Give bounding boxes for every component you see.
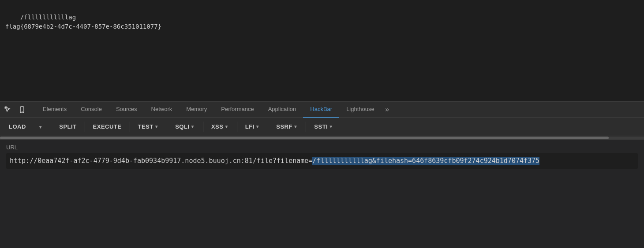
inspect-icon[interactable] [2,104,14,116]
content-text: /flllllllllllag flag{6879e4b2-4d7c-4407-… [5,4,639,41]
scrollbar-thumb[interactable] [0,137,609,139]
mobile-icon[interactable] [16,104,28,116]
tab-overflow[interactable]: » [382,102,393,118]
tab-application[interactable]: Application [261,102,303,118]
url-area: URL http://0eaa742f-af2c-4779-9d4b-fab09… [0,140,644,248]
tab-memory[interactable]: Memory [179,102,214,118]
url-value[interactable]: http://0eaa742f-af2c-4779-9d4b-fab0934b9… [6,153,638,169]
ssrf-arrow-icon: ▼ [293,124,298,129]
xss-arrow-icon: ▼ [224,124,228,129]
url-highlighted: /flllllllllllag&filehash=646f8639cfb09f2… [312,157,539,165]
load-button[interactable]: LOAD [4,121,31,132]
test-arrow-icon: ▼ [154,124,159,129]
devtools-panel: Elements Console Sources Network Memory … [0,101,644,248]
hackbar-toolbar: LOAD ▼ SPLIT EXECUTE TEST ▼ SQLI ▼ XSS ▼ [0,118,644,136]
horizontal-scrollbar[interactable] [0,136,644,140]
sqli-arrow-icon: ▼ [190,124,195,129]
scrollbar-track [0,137,644,139]
separator-3 [130,122,130,132]
url-plain: http://0eaa742f-af2c-4779-9d4b-fab0934b9… [10,157,312,165]
tab-bar: Elements Console Sources Network Memory … [0,102,644,118]
separator-5 [203,122,203,132]
separator-1 [51,122,51,132]
separator-6 [237,122,237,132]
split-button[interactable]: SPLIT [54,121,82,132]
separator-2 [85,122,85,132]
url-label: URL [6,144,638,151]
tab-elements[interactable]: Elements [36,102,74,118]
content-area: /flllllllllllag flag{6879e4b2-4d7c-4407-… [0,0,644,101]
execute-button[interactable]: EXECUTE [88,121,127,132]
content-line2: flag{6879e4b2-4d7c-4407-857e-86c35101107… [5,23,161,30]
content-line1: /flllllllllllag [20,14,76,21]
ssrf-button[interactable]: SSRF ▼ [271,121,303,132]
tab-console[interactable]: Console [74,102,109,118]
separator-8 [306,122,306,132]
tab-sources[interactable]: Sources [109,102,144,118]
test-button[interactable]: TEST ▼ [133,121,165,132]
lfi-arrow-icon: ▼ [255,124,260,129]
load-arrow-icon: ▼ [38,125,43,130]
separator-4 [167,122,167,132]
tab-performance[interactable]: Performance [214,102,261,118]
separator-7 [268,122,268,132]
load-dropdown-button[interactable]: ▼ [33,121,48,132]
xss-button[interactable]: XSS ▼ [206,121,234,132]
lfi-button[interactable]: LFI ▼ [240,121,265,132]
tab-lighthouse[interactable]: Lighthouse [339,102,382,118]
devtools-icons [2,104,32,116]
tab-hackbar[interactable]: HackBar [303,102,339,118]
tab-network[interactable]: Network [144,102,180,118]
ssti-arrow-icon: ▼ [329,124,333,129]
ssti-button[interactable]: SSTI ▼ [309,121,338,132]
sqli-button[interactable]: SQLI ▼ [170,121,200,132]
